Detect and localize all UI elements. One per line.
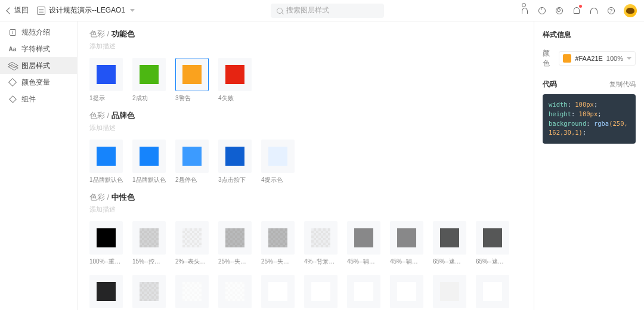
swatch-box[interactable] — [218, 275, 252, 308]
swatch-box[interactable] — [347, 221, 380, 255]
swatch-box[interactable] — [476, 275, 509, 308]
swatch-box[interactable] — [132, 58, 166, 91]
swatch-item[interactable]: 白色95%---待选择 — [261, 275, 295, 310]
sidebar-item-label: 组件 — [21, 94, 36, 104]
swatch-box[interactable] — [476, 221, 509, 255]
search-icon — [277, 8, 283, 14]
doc-title: 设计规范演示--LEGAO1 — [49, 5, 125, 16]
sidebar-item-color-var[interactable]: 颜色变量 — [0, 74, 77, 91]
swatch-item[interactable]: 25%--失效文字... — [218, 221, 252, 265]
add-description[interactable]: 添加描述 — [89, 123, 522, 132]
sidebar-item-label: 规范介绍 — [21, 27, 50, 38]
swatch-chip — [140, 282, 159, 301]
swatch-item[interactable]: 1品牌默认色 — [132, 140, 166, 184]
swatch-box[interactable] — [89, 58, 123, 91]
section-functional: 色彩 / 功能色 添加描述 1提示2成功3警告4失败 — [78, 29, 534, 110]
swatch-item[interactable]: 白色实色 — [390, 275, 423, 310]
swatch-label: 2成功 — [132, 95, 166, 102]
swatch-item[interactable]: 85%--普通文字 — [89, 275, 123, 310]
swatch-item[interactable]: 2悬停色 — [175, 140, 209, 184]
swatch-box[interactable] — [261, 140, 295, 173]
swatch-item[interactable]: 25%--失效文字... — [261, 221, 295, 265]
sidebar-item-text-style[interactable]: Aa 字符样式 — [0, 41, 77, 57]
swatch-box[interactable] — [132, 221, 166, 255]
sidebar-item-intro[interactable]: 规范介绍 — [0, 24, 77, 41]
swatch-box[interactable] — [175, 221, 209, 255]
swatch-item[interactable]: 3警告 — [175, 58, 209, 102]
swatch-chip — [182, 228, 202, 247]
headset-icon[interactable] — [589, 6, 598, 15]
swatch-item[interactable]: 4提示色 — [261, 140, 295, 184]
swatch-item[interactable]: 45%--辅助文字 — [390, 221, 423, 265]
swatch-label: 3警告 — [175, 95, 209, 102]
swatch-label: 65%--遮罩&次... — [433, 258, 466, 265]
back-label: 返回 — [14, 5, 29, 16]
swatch-box[interactable] — [304, 275, 338, 308]
swatch-item[interactable]: 白色实色 — [347, 275, 380, 310]
swatch-box[interactable] — [132, 140, 166, 173]
search-input[interactable]: 搜索图层样式 — [271, 4, 384, 18]
code-title: 代码 — [543, 79, 557, 89]
swatch-box[interactable] — [132, 275, 166, 308]
user-icon[interactable] — [520, 6, 529, 15]
back-button[interactable]: 返回 — [7, 5, 29, 16]
swatch-box[interactable] — [89, 275, 123, 308]
color-picker[interactable]: #FAA21E 100% — [559, 51, 636, 66]
swatch-box[interactable] — [261, 275, 295, 308]
swatch-box[interactable] — [89, 221, 123, 255]
help-icon[interactable]: ? — [606, 6, 615, 15]
layers-icon — [8, 61, 17, 70]
swatch-item[interactable]: 白色实色 — [304, 275, 338, 310]
swatch-box[interactable] — [175, 275, 209, 308]
sidebar-item-components[interactable]: 组件 — [0, 91, 77, 107]
swatch-box[interactable] — [390, 275, 423, 308]
document-icon — [37, 7, 45, 15]
swatch-item[interactable]: 100%--重要文字 — [89, 221, 123, 265]
sidebar-item-label: 字符样式 — [21, 44, 50, 54]
swatch-box[interactable] — [218, 58, 252, 91]
swatch-item[interactable]: 3点击按下 — [218, 140, 252, 184]
swatch-item[interactable]: 分割线实色 — [476, 275, 509, 310]
swatch-box[interactable] — [304, 221, 338, 255]
swatch-item[interactable]: 2%--表头填充 — [175, 221, 209, 265]
swatch-item[interactable]: 4%--背景色&禁... — [304, 221, 338, 265]
swatch-label: 1提示 — [89, 95, 123, 102]
swatch-item[interactable]: 白色65%--待选择 — [175, 275, 209, 310]
doc-title-group[interactable]: 设计规范演示--LEGAO1 — [37, 5, 135, 16]
swatch-box[interactable] — [433, 275, 466, 308]
swatch-box[interactable] — [218, 221, 252, 255]
bell-icon[interactable] — [572, 6, 581, 15]
sidebar-item-layer-style[interactable]: 图层样式 — [0, 57, 77, 74]
history-icon[interactable] — [537, 6, 546, 15]
topbar-actions: ? — [520, 4, 637, 17]
code-block[interactable]: width: 100px; height: 100px; background:… — [543, 94, 636, 144]
swatch-box[interactable] — [261, 221, 295, 255]
swatch-chip — [182, 147, 202, 166]
add-description[interactable]: 添加描述 — [89, 42, 522, 51]
swatch-item[interactable]: 4失败 — [218, 58, 252, 102]
swatch-item[interactable]: 65%--遮罩&次... — [433, 221, 466, 265]
copy-code-button[interactable]: 复制代码 — [609, 80, 636, 89]
swatch-item[interactable]: 65%--遮罩&次... — [476, 221, 509, 265]
swatch-item[interactable]: 2成功 — [132, 58, 166, 102]
swatch-chip — [354, 228, 373, 247]
swatch-item[interactable]: 白色65%--待选择 — [218, 275, 252, 310]
target-icon[interactable] — [555, 6, 564, 15]
swatch-box[interactable] — [347, 275, 380, 308]
swatch-box[interactable] — [390, 221, 423, 255]
avatar[interactable] — [624, 4, 637, 17]
swatch-item[interactable]: 45%--辅助文字 — [347, 221, 380, 265]
add-description[interactable]: 添加描述 — [89, 205, 522, 214]
swatch-item[interactable]: 1品牌默认色 — [89, 140, 123, 184]
swatch-chip — [97, 282, 116, 301]
swatch-box[interactable] — [175, 58, 209, 91]
swatch-box[interactable] — [175, 140, 209, 173]
swatch-box[interactable] — [433, 221, 466, 255]
swatch-item[interactable]: 1提示 — [89, 58, 123, 102]
swatch-item[interactable]: 9%--分割线 — [132, 275, 166, 310]
swatch-item[interactable]: 白色实色 — [433, 275, 466, 310]
swatch-label: 1品牌默认色 — [89, 176, 123, 184]
swatch-box[interactable] — [218, 140, 252, 173]
swatch-item[interactable]: 15%--控件边框 — [132, 221, 166, 265]
swatch-box[interactable] — [89, 140, 123, 173]
